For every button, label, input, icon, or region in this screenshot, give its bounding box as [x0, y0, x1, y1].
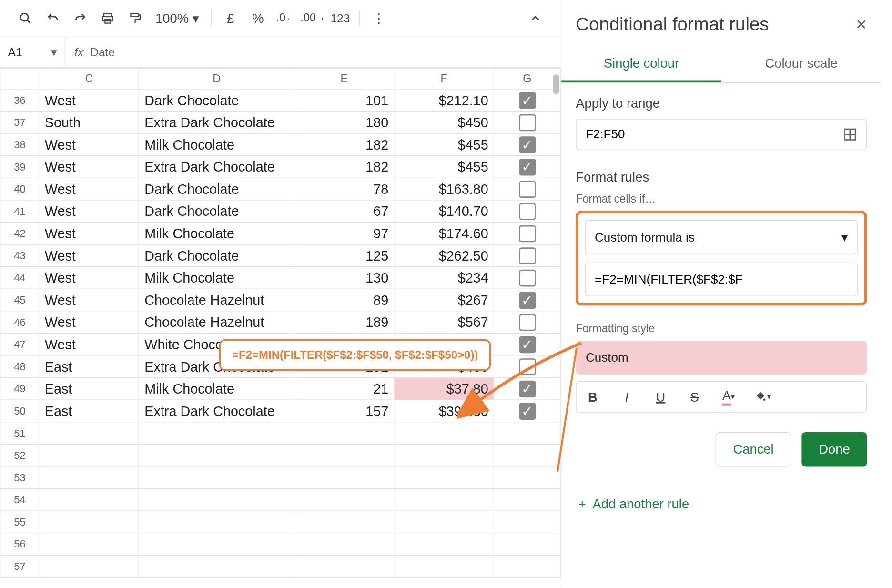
condition-select[interactable]: Custom formula is ▾ — [585, 220, 858, 255]
row-header[interactable]: 38 — [0, 133, 39, 156]
search-icon[interactable] — [13, 6, 38, 30]
cell[interactable]: Chocolate Hazelnut — [139, 311, 294, 334]
range-input[interactable] — [586, 127, 843, 142]
cell[interactable]: 125 — [294, 244, 394, 267]
column-header[interactable]: D — [139, 68, 294, 89]
cell[interactable]: $450 — [394, 112, 494, 134]
cell[interactable]: West — [39, 267, 139, 289]
cell[interactable] — [494, 533, 560, 556]
cell[interactable]: Milk Chocolate — [139, 267, 294, 289]
cell[interactable] — [39, 488, 139, 511]
row-header[interactable]: 36 — [0, 89, 39, 112]
row-header[interactable]: 42 — [0, 222, 39, 244]
row-header[interactable]: 45 — [0, 289, 39, 311]
cell[interactable] — [294, 444, 394, 466]
print-icon[interactable] — [95, 6, 120, 30]
zoom-select[interactable]: 100%▾ — [150, 10, 204, 26]
checkbox[interactable]: ✓ — [518, 159, 536, 176]
checkbox[interactable] — [518, 225, 536, 242]
row-header[interactable]: 50 — [0, 400, 39, 422]
cell[interactable]: West — [39, 333, 139, 355]
row-header[interactable]: 44 — [0, 267, 39, 289]
cell[interactable]: 189 — [294, 311, 394, 334]
cell[interactable]: Milk Chocolate — [139, 222, 294, 244]
cell[interactable] — [394, 555, 494, 578]
cell[interactable] — [39, 466, 139, 489]
cell[interactable]: East — [39, 378, 139, 400]
cell[interactable]: Milk Chocolate — [139, 133, 294, 156]
cell[interactable] — [394, 533, 494, 556]
checkbox[interactable]: ✓ — [518, 292, 536, 309]
cell[interactable] — [494, 555, 560, 578]
cell[interactable] — [39, 533, 139, 556]
checkbox[interactable] — [518, 203, 536, 220]
cell[interactable] — [39, 555, 139, 578]
collapse-toolbar-icon[interactable] — [523, 6, 547, 30]
cell[interactable] — [139, 488, 294, 511]
cell[interactable] — [139, 511, 294, 533]
scrollbar-vertical[interactable] — [553, 74, 559, 94]
cell[interactable] — [294, 533, 394, 556]
row-header[interactable]: 48 — [0, 355, 39, 378]
style-preview[interactable]: Custom — [576, 341, 867, 375]
row-header[interactable]: 49 — [0, 378, 39, 400]
cell[interactable]: 67 — [294, 200, 394, 223]
select-range-icon[interactable] — [843, 127, 857, 142]
column-header[interactable]: G — [494, 68, 560, 89]
row-header[interactable]: 39 — [0, 156, 39, 178]
cell[interactable]: 157 — [294, 400, 394, 422]
cell[interactable]: 97 — [294, 222, 394, 244]
column-header[interactable]: C — [39, 68, 139, 89]
cell[interactable] — [139, 422, 294, 445]
cell[interactable] — [39, 422, 139, 445]
cell[interactable]: South — [39, 112, 139, 134]
cell[interactable]: $212.10 — [394, 89, 494, 112]
percent-icon[interactable]: % — [245, 6, 270, 30]
cell[interactable]: Chocolate Hazelnut — [139, 289, 294, 311]
name-box[interactable]: A1 ▾ — [0, 37, 65, 67]
cell[interactable] — [494, 112, 560, 134]
row-header[interactable]: 47 — [0, 333, 39, 355]
row-header[interactable]: 56 — [0, 533, 39, 556]
checkbox[interactable]: ✓ — [518, 136, 536, 153]
cell[interactable]: West — [39, 244, 139, 267]
cell[interactable]: $262.50 — [394, 244, 494, 267]
redo-icon[interactable] — [68, 6, 92, 30]
cell[interactable]: West — [39, 89, 139, 112]
close-icon[interactable]: ✕ — [855, 16, 867, 33]
cell[interactable]: Extra Dark Chocolate — [139, 400, 294, 422]
cell[interactable]: West — [39, 156, 139, 178]
cell[interactable] — [494, 267, 560, 289]
cell[interactable]: 180 — [294, 112, 394, 134]
text-color-icon[interactable]: A ▾ — [718, 386, 740, 408]
cell[interactable] — [294, 422, 394, 445]
row-header[interactable]: 52 — [0, 444, 39, 466]
cell[interactable]: West — [39, 289, 139, 311]
row-header[interactable]: 54 — [0, 488, 39, 511]
cell[interactable]: Milk Chocolate — [139, 378, 294, 400]
undo-icon[interactable] — [41, 6, 65, 30]
cell[interactable]: $455 — [394, 156, 494, 178]
strikethrough-icon[interactable]: S — [683, 386, 706, 408]
cell[interactable] — [139, 444, 294, 466]
cell[interactable] — [294, 555, 394, 578]
row-header[interactable]: 57 — [0, 555, 39, 578]
row-header[interactable]: 53 — [0, 466, 39, 489]
cell[interactable]: Dark Chocolate — [139, 178, 294, 200]
cell[interactable]: $267 — [394, 289, 494, 311]
cell[interactable]: West — [39, 200, 139, 223]
checkbox[interactable] — [518, 247, 536, 264]
column-header[interactable]: E — [294, 68, 394, 89]
cell[interactable] — [294, 511, 394, 533]
increase-decimal-icon[interactable]: .00→ — [300, 6, 325, 30]
cell[interactable]: West — [39, 178, 139, 200]
done-button[interactable]: Done — [802, 432, 867, 467]
row-header[interactable]: 41 — [0, 200, 39, 223]
cell[interactable] — [494, 222, 560, 244]
cell[interactable] — [139, 533, 294, 556]
cell[interactable]: West — [39, 222, 139, 244]
row-header[interactable]: 46 — [0, 311, 39, 334]
cell[interactable]: 78 — [294, 178, 394, 200]
checkbox[interactable] — [518, 269, 536, 286]
cell[interactable]: Dark Chocolate — [139, 89, 294, 112]
